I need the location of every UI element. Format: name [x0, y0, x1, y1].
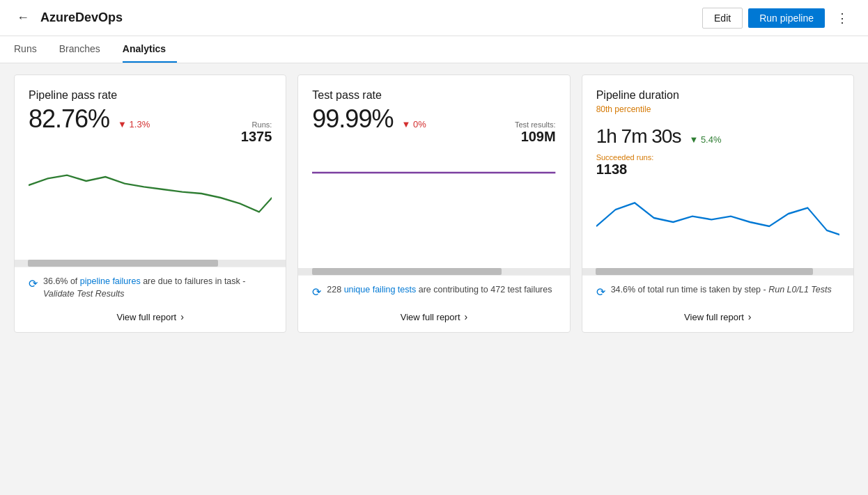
tab-branches[interactable]: Branches [59, 36, 111, 63]
scrollbar-thumb-1 [28, 260, 218, 267]
metric-side-2: Test results: 109M [515, 120, 556, 145]
scrollbar-3[interactable] [582, 268, 853, 275]
chart-area-2 [312, 152, 555, 235]
scrollbar-1[interactable] [15, 260, 286, 267]
insight-link-1: pipeline failures [80, 276, 141, 286]
view-report-3[interactable]: View full report › [596, 307, 839, 322]
metric-row-2: 99.99% ▼ 0% Test results: 109M [312, 104, 555, 145]
insight-text-3: 34.6% of total run time is taken by step… [611, 284, 832, 297]
card-body-3: Pipeline duration 80th percentile 1h 7m … [582, 75, 853, 268]
metric-side-label-2: Test results: [515, 120, 556, 129]
metric-main-3: 1h 7m 30s [596, 125, 681, 148]
insight-1: ⟳ 36.6% of pipeline failures are due to … [29, 276, 272, 300]
chart-area-3 [596, 184, 839, 268]
metric-main-1: 82.76% [29, 104, 109, 134]
metric-side-label-1: Runs: [241, 120, 272, 129]
header: ← AzureDevOps Edit Run pipeline ⋮ [0, 0, 868, 36]
card-footer-3: ⟳ 34.6% of total run time is taken by st… [582, 275, 853, 332]
view-report-arrow-3: › [748, 311, 752, 322]
insight-italic-3: Run L0/L1 Tests [768, 285, 832, 294]
metric-side-value-1: 1375 [241, 129, 272, 145]
card-title-1: Pipeline pass rate [29, 89, 272, 102]
insight-italic-1: Validate Test Results [43, 289, 125, 299]
chart-svg-2 [312, 152, 555, 235]
card-subtitle-3: 80th percentile [596, 104, 839, 114]
pipeline-pass-rate-card: Pipeline pass rate 82.76% ▼ 1.3% Runs: 1… [14, 74, 286, 333]
view-report-arrow-1: › [180, 311, 184, 322]
metric-change-3: ▼ 5.4% [689, 134, 721, 145]
header-title: AzureDevOps [40, 10, 702, 25]
nav-tabs: Runs Branches Analytics [0, 36, 868, 63]
main-content: Pipeline pass rate 82.76% ▼ 1.3% Runs: 1… [0, 63, 868, 344]
tab-runs[interactable]: Runs [14, 36, 48, 63]
metric-row-3: 1h 7m 30s ▼ 5.4% [596, 125, 839, 148]
succeeded-row: Succeeded runs: 1138 [596, 153, 839, 178]
view-report-2[interactable]: View full report › [312, 307, 555, 322]
metric-side-value-2: 109M [515, 129, 556, 145]
insight-icon-1: ⟳ [29, 276, 38, 292]
insight-link-2: unique failing tests [344, 285, 417, 294]
scrollbar-2[interactable] [298, 268, 569, 275]
view-report-label-1: View full report [116, 312, 176, 322]
scrollbar-thumb-2 [312, 268, 502, 275]
metric-change-1: ▼ 1.3% [118, 119, 150, 129]
succeeded-value: 1138 [596, 162, 839, 178]
card-footer-1: ⟳ 36.6% of pipeline failures are due to … [15, 267, 286, 332]
card-title-2: Test pass rate [312, 89, 555, 102]
insight-text-2: 228 unique failing tests are contributin… [327, 284, 552, 297]
card-title-3: Pipeline duration [596, 89, 839, 102]
card-body-1: Pipeline pass rate 82.76% ▼ 1.3% Runs: 1… [15, 75, 286, 260]
card-footer-2: ⟳ 228 unique failing tests are contribut… [298, 275, 569, 332]
run-pipeline-button[interactable]: Run pipeline [748, 8, 825, 28]
view-report-label-2: View full report [401, 312, 460, 322]
insight-icon-2: ⟳ [312, 285, 321, 300]
metric-main-2: 99.99% [312, 104, 393, 134]
view-report-label-3: View full report [684, 312, 744, 322]
view-report-arrow-2: › [465, 311, 468, 322]
metric-side-1: Runs: 1375 [241, 120, 272, 145]
metric-change-2: ▼ 0% [401, 119, 426, 129]
pipeline-duration-card: Pipeline duration 80th percentile 1h 7m … [582, 74, 854, 333]
more-options-button[interactable]: ⋮ [830, 8, 854, 29]
header-actions: Edit Run pipeline ⋮ [702, 8, 854, 29]
tab-analytics[interactable]: Analytics [123, 36, 177, 63]
chart-area-1 [29, 152, 272, 235]
edit-button[interactable]: Edit [702, 8, 743, 29]
insight-3: ⟳ 34.6% of total run time is taken by st… [596, 284, 839, 300]
chart-svg-3 [596, 184, 839, 268]
insight-icon-3: ⟳ [596, 285, 605, 300]
view-report-1[interactable]: View full report › [29, 307, 272, 322]
chart-svg-1 [29, 152, 272, 235]
card-body-2: Test pass rate 99.99% ▼ 0% Test results:… [298, 75, 569, 268]
test-pass-rate-card: Test pass rate 99.99% ▼ 0% Test results:… [297, 74, 570, 333]
insight-text-1: 36.6% of pipeline failures are due to fa… [43, 276, 272, 300]
back-button[interactable]: ← [14, 8, 32, 28]
succeeded-label: Succeeded runs: [596, 153, 839, 162]
insight-2: ⟳ 228 unique failing tests are contribut… [312, 284, 555, 300]
scrollbar-thumb-3 [596, 268, 812, 275]
metric-row-1: 82.76% ▼ 1.3% Runs: 1375 [29, 104, 272, 145]
